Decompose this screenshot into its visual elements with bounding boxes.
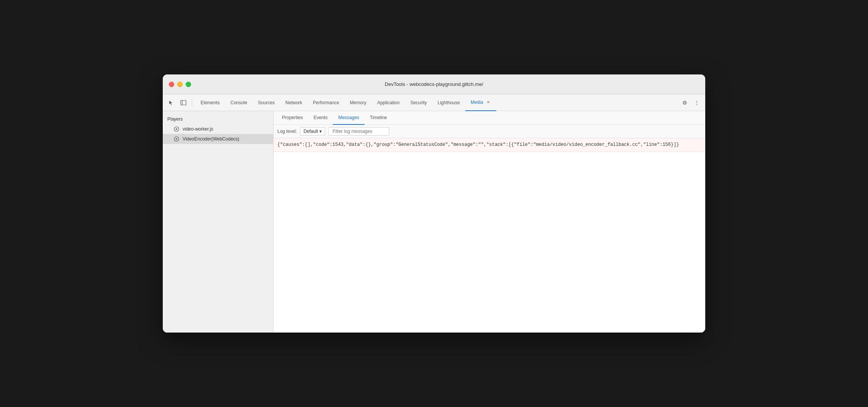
sidebar-item-label-video-encoder: VideoEncoder(WebCodecs) [183,136,239,142]
svg-marker-3 [176,128,178,130]
panel: Properties Events Messages Timeline Log … [274,111,705,333]
tab-media-close[interactable]: ✕ [486,100,491,105]
panel-tab-events[interactable]: Events [308,111,333,125]
more-button[interactable]: ⋮ [691,97,702,108]
tab-memory[interactable]: Memory [345,94,372,111]
tab-application[interactable]: Application [372,94,405,111]
toolbar: Elements Console Sources Network Perform… [163,94,705,111]
log-level-bar: Log level: Default ▾ [274,125,705,138]
log-level-value: Default [303,129,318,134]
svg-marker-5 [176,138,178,140]
settings-button[interactable]: ⚙ [679,97,690,108]
tab-console[interactable]: Console [225,94,253,111]
message-content: {"causes":[],"code":1543,"data":{},"grou… [277,142,679,147]
toolbar-divider [192,99,192,107]
panel-toggle-icon [180,100,186,105]
cursor-icon [168,100,174,105]
title-bar: DevTools - webcodecs-playground.glitch.m… [163,74,705,94]
sidebar-item-label-video-worker: video-worker.js [183,126,213,132]
play-icon-video-encoder [173,136,180,142]
play-icon-video-worker [173,126,180,132]
devtools-window: DevTools - webcodecs-playground.glitch.m… [163,74,705,333]
panel-tab-messages[interactable]: Messages [333,111,364,125]
panel-tab-properties[interactable]: Properties [277,111,308,125]
svg-rect-0 [181,100,186,105]
minimize-button[interactable] [177,82,183,87]
messages-area: {"causes":[],"code":1543,"data":{},"grou… [274,138,705,333]
window-title: DevTools - webcodecs-playground.glitch.m… [385,81,483,87]
tab-sources[interactable]: Sources [253,94,280,111]
more-icon: ⋮ [694,100,700,106]
panel-toggle-button[interactable] [178,97,189,108]
sidebar-item-video-encoder[interactable]: VideoEncoder(WebCodecs) [163,134,273,144]
sidebar-item-video-worker[interactable]: video-worker.js [163,124,273,134]
traffic-lights [169,82,191,87]
tab-performance[interactable]: Performance [308,94,345,111]
main-content: Players video-worker.js Video [163,111,705,333]
close-button[interactable] [169,82,174,87]
tab-lighthouse[interactable]: Lighthouse [432,94,465,111]
maximize-button[interactable] [186,82,191,87]
sidebar-header: Players [163,114,273,124]
tab-media[interactable]: Media ✕ [465,94,496,111]
chevron-down-icon: ▾ [319,129,322,134]
sidebar: Players video-worker.js Video [163,111,274,333]
log-level-select[interactable]: Default ▾ [300,127,325,136]
panel-tabs: Properties Events Messages Timeline [274,111,705,125]
cursor-tool-button[interactable] [166,97,177,108]
tab-network[interactable]: Network [280,94,308,111]
log-level-label: Log level: [277,129,297,134]
toolbar-tabs: Elements Console Sources Network Perform… [195,94,678,111]
tab-security[interactable]: Security [405,94,432,111]
toolbar-right: ⚙ ⋮ [679,97,702,108]
settings-icon: ⚙ [682,100,687,106]
tab-elements[interactable]: Elements [195,94,225,111]
panel-tab-timeline[interactable]: Timeline [364,111,392,125]
filter-input[interactable] [328,127,389,136]
message-row: {"causes":[],"code":1543,"data":{},"grou… [274,138,705,152]
